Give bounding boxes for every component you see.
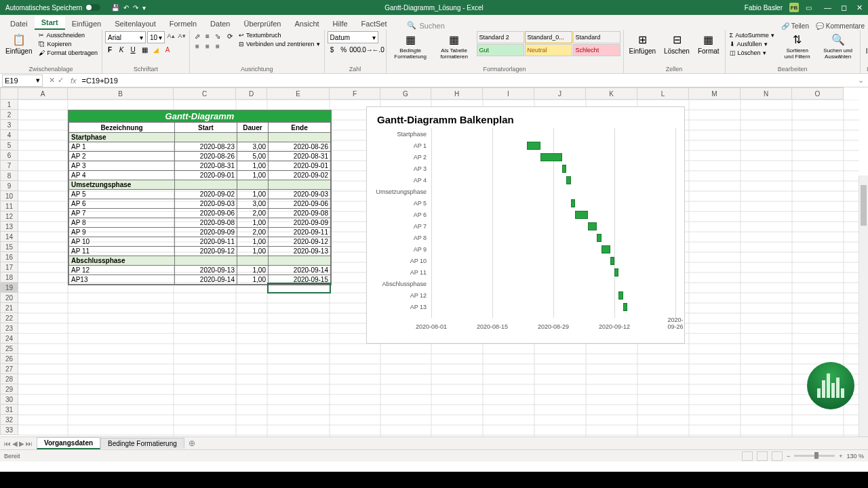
decrease-font-icon[interactable]: A▾ bbox=[177, 31, 186, 41]
table-cell[interactable] bbox=[175, 133, 237, 142]
sheet-nav-prev-icon[interactable]: ◀ bbox=[12, 440, 18, 447]
clear-button[interactable]: ◫Löschen▾ bbox=[728, 49, 776, 57]
tab-seitenlayout[interactable]: Seitenlayout bbox=[108, 18, 163, 30]
table-cell[interactable]: 2020-08-26 bbox=[269, 142, 331, 152]
qat-more-icon[interactable]: ▾ bbox=[142, 4, 146, 12]
row-header-31[interactable]: 31 bbox=[0, 405, 18, 415]
bold-button[interactable]: F bbox=[105, 45, 115, 54]
col-header-J[interactable]: J bbox=[534, 87, 586, 100]
table-row[interactable]: AP 82020-09-081,002020-09-09 bbox=[69, 218, 331, 228]
table-cell[interactable]: 2020-09-06 bbox=[175, 209, 237, 218]
table-cell[interactable]: 2020-08-31 bbox=[269, 152, 331, 161]
table-row[interactable]: AP 102020-09-111,002020-09-12 bbox=[69, 237, 331, 247]
table-cell[interactable]: AP 3 bbox=[69, 161, 175, 171]
table-row[interactable]: AP132020-09-141,002020-09-15 bbox=[69, 275, 331, 285]
table-cell[interactable]: 1,00 bbox=[237, 247, 269, 256]
style-standard0[interactable]: Standard_0... bbox=[525, 31, 572, 43]
table-cell[interactable]: 2020-09-14 bbox=[175, 275, 237, 285]
align-middle-icon[interactable]: ≡ bbox=[203, 31, 212, 41]
row-header-6[interactable]: 6 bbox=[0, 150, 18, 161]
sheet-tab-bedingte[interactable]: Bedingte Formatierung bbox=[100, 438, 184, 449]
maximize-icon[interactable]: ◻ bbox=[841, 3, 847, 12]
zoom-slider[interactable] bbox=[794, 455, 835, 457]
worksheet-grid[interactable]: ABCDEFGHIJKLMNO 123456789101112131415161… bbox=[0, 87, 868, 436]
table-cell[interactable]: 2020-09-13 bbox=[175, 266, 237, 275]
table-row[interactable]: AP 32020-08-311,002020-09-01 bbox=[69, 161, 331, 171]
table-cell[interactable]: 2020-09-11 bbox=[175, 237, 237, 247]
row-header-14[interactable]: 14 bbox=[0, 232, 18, 242]
font-size-select[interactable]: 10▾ bbox=[147, 31, 165, 43]
table-cell[interactable]: 2020-09-01 bbox=[269, 161, 331, 171]
table-cell[interactable]: 2020-09-06 bbox=[269, 199, 331, 209]
zoom-in-icon[interactable]: + bbox=[839, 453, 842, 460]
page-layout-view-icon[interactable] bbox=[757, 451, 768, 461]
formula-input[interactable]: =C19+D19 bbox=[79, 77, 854, 85]
comma-icon[interactable]: 000 bbox=[351, 45, 360, 54]
table-cell[interactable]: 2020-09-03 bbox=[269, 190, 331, 199]
table-row[interactable]: AP 22020-08-265,002020-08-31 bbox=[69, 152, 331, 161]
col-header-H[interactable]: H bbox=[431, 87, 483, 100]
row-header-4[interactable]: 4 bbox=[0, 130, 18, 140]
sheet-nav-next-icon[interactable]: ▶ bbox=[19, 440, 24, 447]
col-header-M[interactable]: M bbox=[689, 87, 741, 100]
table-row[interactable]: AP 62020-09-033,002020-09-06 bbox=[69, 199, 331, 209]
col-header-F[interactable]: F bbox=[330, 87, 380, 100]
row-headers[interactable]: 1234567891011121314151617181920212223242… bbox=[0, 100, 18, 435]
toggle-icon[interactable] bbox=[85, 4, 100, 11]
table-cell[interactable]: 1,00 bbox=[237, 171, 269, 180]
row-header-11[interactable]: 11 bbox=[0, 201, 18, 211]
table-cell[interactable] bbox=[269, 256, 331, 266]
col-header-E[interactable]: E bbox=[267, 87, 330, 100]
zoom-level[interactable]: 130 % bbox=[846, 453, 864, 460]
name-box[interactable]: E19▾ bbox=[2, 75, 43, 87]
column-headers[interactable]: ABCDEFGHIJKLMNO bbox=[18, 87, 844, 100]
style-schlecht[interactable]: Schlecht bbox=[573, 44, 620, 56]
increase-font-icon[interactable]: A▴ bbox=[166, 31, 176, 41]
row-header-18[interactable]: 18 bbox=[0, 272, 18, 283]
ribbon-display-icon[interactable]: ▭ bbox=[806, 4, 812, 12]
select-all-corner[interactable] bbox=[0, 87, 18, 100]
table-row[interactable]: AP 52020-09-021,002020-09-03 bbox=[69, 190, 331, 199]
row-header-9[interactable]: 9 bbox=[0, 181, 18, 191]
increase-decimal-icon[interactable]: .0→ bbox=[362, 45, 372, 54]
table-row[interactable]: Abschlussphase bbox=[69, 256, 331, 266]
align-left-icon[interactable]: ≡ bbox=[193, 41, 202, 51]
autosave-toggle[interactable]: Automatisches Speichern bbox=[0, 4, 106, 12]
font-name-select[interactable]: Arial▾ bbox=[105, 31, 146, 43]
table-cell[interactable]: 1,00 bbox=[237, 275, 269, 285]
table-cell[interactable]: 5,00 bbox=[237, 152, 269, 161]
gantt-table[interactable]: Gantt-Diagramm BezeichnungStartDauerEnde… bbox=[68, 110, 332, 285]
row-header-24[interactable]: 24 bbox=[0, 333, 18, 344]
table-cell[interactable]: AP 10 bbox=[69, 237, 175, 247]
underline-button[interactable]: U bbox=[128, 45, 138, 54]
page-break-view-icon[interactable] bbox=[772, 451, 783, 461]
col-header-G[interactable]: G bbox=[380, 87, 431, 100]
border-button[interactable]: ▦ bbox=[140, 45, 149, 54]
vertical-scrollbar[interactable] bbox=[859, 176, 868, 436]
align-center-icon[interactable]: ≡ bbox=[203, 41, 212, 51]
zoom-out-icon[interactable]: − bbox=[787, 453, 790, 460]
row-header-1[interactable]: 1 bbox=[0, 100, 18, 110]
table-cell[interactable]: 2020-08-23 bbox=[175, 142, 237, 152]
table-cell[interactable] bbox=[237, 180, 269, 190]
table-cell[interactable]: AP 8 bbox=[69, 218, 175, 228]
style-gut[interactable]: Gut bbox=[477, 44, 524, 56]
sort-filter-button[interactable]: ⇅Sortieren und Filtern bbox=[778, 31, 816, 61]
table-cell[interactable]: 2020-08-31 bbox=[175, 161, 237, 171]
user-name[interactable]: Fabio Basler bbox=[745, 4, 783, 12]
row-header-2[interactable]: 2 bbox=[0, 110, 18, 120]
row-header-30[interactable]: 30 bbox=[0, 394, 18, 405]
number-format-select[interactable]: Datum▾ bbox=[328, 31, 378, 43]
table-cell[interactable]: AP 2 bbox=[69, 152, 175, 161]
find-select-button[interactable]: 🔍Suchen und Auswählen bbox=[819, 31, 857, 61]
table-cell[interactable] bbox=[237, 256, 269, 266]
fx-icon[interactable]: fx bbox=[71, 77, 77, 85]
table-cell[interactable]: 2020-09-01 bbox=[175, 171, 237, 180]
table-row[interactable]: Umsetzungsphase bbox=[69, 180, 331, 190]
table-cell[interactable]: AP 7 bbox=[69, 209, 175, 218]
table-cell[interactable]: 2020-09-02 bbox=[269, 171, 331, 180]
normal-view-icon[interactable] bbox=[742, 451, 753, 461]
tab-hilfe[interactable]: Hilfe bbox=[326, 18, 355, 30]
table-cell[interactable]: Umsetzungsphase bbox=[69, 180, 175, 190]
table-cell[interactable]: 2020-09-12 bbox=[269, 237, 331, 247]
